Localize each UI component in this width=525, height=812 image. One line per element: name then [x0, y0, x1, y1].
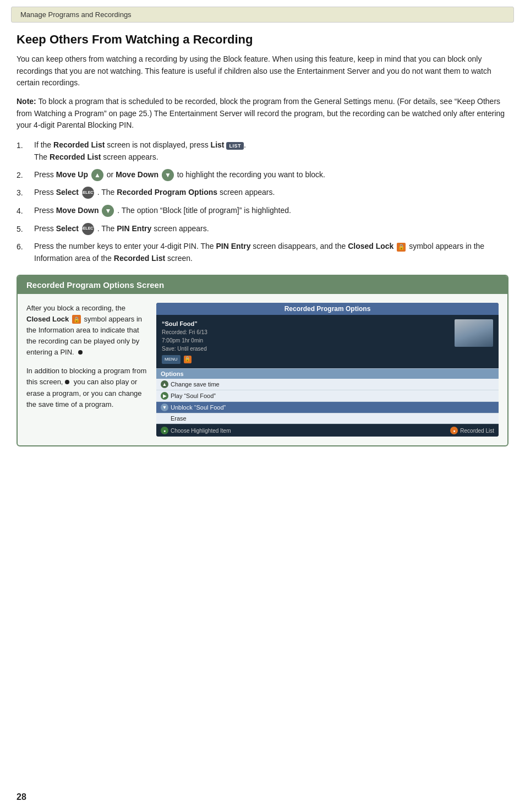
option-item-2: ▶ Play “Soul Food”: [156, 390, 499, 402]
step-4-num: 4.: [17, 205, 34, 217]
recorded-options-body: After you block a recording, the Closed …: [18, 294, 507, 446]
option-1-icon: ▲: [161, 380, 168, 388]
page-title: Keep Others From Watching a Recording: [17, 32, 508, 47]
select-button-badge-5: SELECT: [82, 223, 94, 235]
thumbnail-image: [455, 319, 493, 347]
options-header: Options: [156, 369, 499, 379]
option-3-icon: ▼: [161, 404, 168, 411]
closed-lock-icon: 🔒: [397, 243, 406, 252]
option-1-text: Change save time: [171, 381, 220, 388]
footer-recorded-list-btn: ● Recorded List: [450, 427, 494, 434]
recorded-options-box: Recorded Program Options Screen After yo…: [17, 275, 508, 447]
step-5-text: Press Select SELECT . The PIN Entry scre…: [34, 223, 508, 235]
breadcrumb: Manage Programs and Recordings: [11, 7, 514, 23]
page-wrapper: Manage Programs and Recordings Keep Othe…: [0, 7, 525, 812]
steps-list: 1. If the Recorded List screen is not di…: [17, 139, 508, 265]
recorded-list-icon: ●: [450, 427, 458, 434]
screen-title-bar: Recorded Program Options: [156, 303, 499, 315]
main-content: Keep Others From Watching a Recording Yo…: [0, 23, 525, 463]
move-up-icon: ▲: [91, 169, 103, 181]
note-paragraph: Note: To block a program that is schedul…: [17, 96, 508, 132]
option-item-1: ▲ Change save time: [156, 379, 499, 390]
step-1-text: If the Recorded List screen is not displ…: [34, 139, 508, 163]
screen-program-thumbnail: [455, 319, 493, 347]
step-2-num: 2.: [17, 169, 34, 182]
breadcrumb-text: Manage Programs and Recordings: [20, 10, 132, 19]
step-1: 1. If the Recorded List screen is not di…: [17, 139, 508, 163]
left-para-2: In addition to blocking a program from t…: [26, 366, 147, 410]
move-down-icon: ▼: [162, 169, 174, 181]
screen-mockup: Recorded Program Options “Soul Food” Rec…: [156, 303, 499, 437]
program-save: Save: Until erased: [162, 345, 450, 353]
option-item-4: Erase: [156, 413, 499, 424]
recorded-options-box-header: Recorded Program Options Screen: [18, 276, 507, 294]
screen-program-info: “Soul Food” Recorded: Fri 6/13 7:00pm 1h…: [156, 315, 499, 369]
option-4-text: Erase: [171, 415, 187, 422]
option-2-text: Play “Soul Food”: [171, 393, 216, 399]
move-down-icon-4: ▼: [102, 205, 114, 217]
intro-paragraph: You can keep others from watching a reco…: [17, 53, 508, 89]
options-header-text: Options: [161, 370, 184, 377]
step-5-num: 5.: [17, 223, 34, 236]
footer-right-text: Recorded List: [460, 428, 494, 434]
recorded-options-left: After you block a recording, the Closed …: [26, 303, 147, 437]
left-para-1: After you block a recording, the Closed …: [26, 303, 147, 358]
note-text: To block a program that is scheduled to …: [17, 97, 505, 129]
step-6: 6. Press the number keys to enter your 4…: [17, 241, 508, 264]
step-6-text: Press the number keys to enter your 4-di…: [34, 241, 508, 264]
step-3: 3. Press Select SELECT . The Recorded Pr…: [17, 187, 508, 199]
screen-program-details: “Soul Food” Recorded: Fri 6/13 7:00pm 1h…: [162, 319, 455, 364]
select-button-badge-3: SELECT: [82, 187, 94, 199]
program-recorded: Recorded: Fri 6/13: [162, 328, 450, 336]
screen-title-text: Recorded Program Options: [285, 305, 371, 313]
screen-bottom-icons: MENU 🔒: [162, 355, 450, 364]
program-title: “Soul Food”: [162, 319, 450, 329]
footer-left-text: Choose Highlighted Item: [171, 428, 231, 434]
choose-icon: ●: [161, 427, 168, 434]
box-header-text: Recorded Program Options Screen: [26, 280, 164, 290]
step-2: 2. Press Move Up ▲ or Move Down ▼ to hig…: [17, 169, 508, 182]
step-4: 4. Press Move Down ▼ . The option “Block…: [17, 205, 508, 217]
option-item-3: ▼ Unblock “Soul Food”: [156, 402, 499, 413]
menu-badge: MENU: [162, 355, 181, 364]
step-3-num: 3.: [17, 187, 34, 199]
step-4-text: Press Move Down ▼ . The option “Block [t…: [34, 205, 508, 217]
step-2-text: Press Move Up ▲ or Move Down ▼ to highli…: [34, 169, 508, 181]
screen-lock-icon: 🔒: [184, 356, 192, 363]
page-number: 28: [17, 792, 26, 802]
option-2-icon: ▶: [161, 392, 168, 400]
options-panel: Options ▲ Change save time ▶ Play “Soul …: [156, 368, 499, 424]
closed-lock-icon-box: 🔒: [72, 315, 81, 324]
step-5: 5. Press Select SELECT . The PIN Entry s…: [17, 223, 508, 236]
screen-footer-bar: ● Choose Highlighted Item ● Recorded Lis…: [156, 424, 499, 437]
option-3-text: Unblock “Soul Food”: [171, 404, 226, 411]
footer-choose-btn: ● Choose Highlighted Item: [161, 427, 231, 434]
step-1-num: 1.: [17, 139, 34, 152]
step-6-num: 6.: [17, 241, 34, 253]
step-3-text: Press Select SELECT . The Recorded Progr…: [34, 187, 508, 199]
list-button-badge: LIST: [226, 142, 244, 150]
note-label: Note:: [17, 97, 36, 106]
program-time: 7:00pm 1hr 0min: [162, 336, 450, 345]
